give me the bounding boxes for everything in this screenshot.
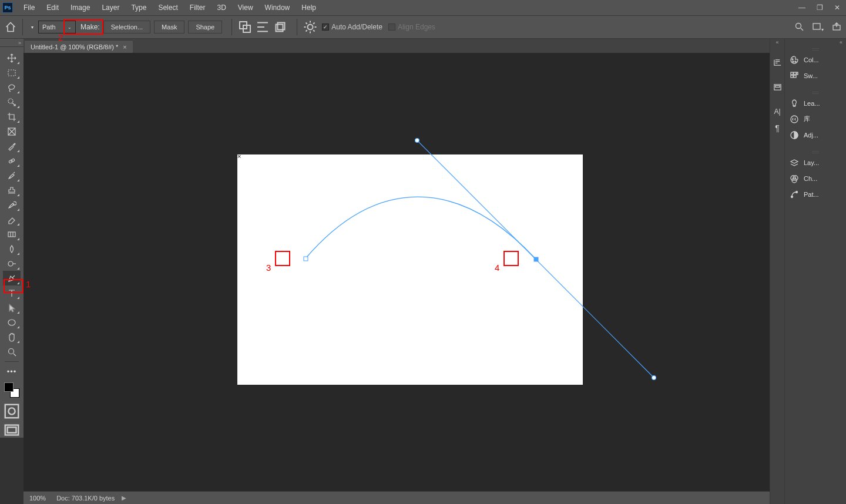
share-button[interactable] <box>832 22 841 33</box>
eraser-icon <box>7 215 16 224</box>
blur-tool[interactable] <box>3 241 21 256</box>
paragraph-icon: ¶ <box>775 123 780 133</box>
paths-panel[interactable]: Pat... <box>785 186 846 202</box>
canvas[interactable] <box>237 154 583 385</box>
swatches-panel[interactable]: Sw... <box>785 68 846 83</box>
make-selection-button[interactable]: Selection... <box>103 21 150 33</box>
menu-layer[interactable]: Layer <box>96 4 125 12</box>
path-operations-button[interactable] <box>238 20 252 34</box>
menu-type[interactable]: Type <box>125 4 152 12</box>
path-select-tool[interactable] <box>3 300 21 315</box>
annotation-box-2 <box>63 19 103 35</box>
menu-filter[interactable]: Filter <box>184 4 212 12</box>
quick-mask-button[interactable] <box>3 404 21 418</box>
crop-icon <box>7 112 16 122</box>
menu-help[interactable]: Help <box>296 4 322 12</box>
close-button[interactable]: ✕ <box>828 0 846 15</box>
stamp-tool[interactable] <box>3 183 21 197</box>
menu-edit[interactable]: Edit <box>41 4 65 12</box>
make-mask-button[interactable]: Mask <box>154 21 184 33</box>
svg-rect-32 <box>797 72 798 75</box>
dodge-tool[interactable] <box>3 256 21 271</box>
workspace: Untitled-1 @ 100% (RGB/8#) * × × 3 4 <box>24 39 770 491</box>
adjustments-panel[interactable]: Adj... <box>785 127 846 143</box>
shape-tool[interactable] <box>3 315 21 330</box>
current-tool-indicator[interactable]: ▾ <box>29 25 33 30</box>
doc-layout-button[interactable]: ▾ <box>812 22 824 33</box>
menu-select[interactable]: Select <box>152 4 183 12</box>
panel-label: Adj... <box>804 132 818 139</box>
cc-libraries-panel-button[interactable] <box>770 79 785 95</box>
brush-tool[interactable] <box>3 168 21 183</box>
foreground-color-well[interactable] <box>4 382 14 392</box>
eyedropper-tool[interactable] <box>3 139 21 153</box>
svg-rect-31 <box>794 72 796 75</box>
path-gear-button[interactable] <box>303 20 317 34</box>
search-icon <box>794 22 804 31</box>
healing-icon <box>7 156 16 166</box>
lasso-tool[interactable] <box>3 80 21 95</box>
svg-point-15 <box>9 348 14 354</box>
annotation-box-4 <box>503 251 519 266</box>
align-edges-checkbox: Align Edges <box>388 23 435 31</box>
libraries-panel[interactable]: 库 <box>785 111 846 127</box>
path-arrange-button[interactable] <box>273 20 287 34</box>
color-wells[interactable] <box>3 381 21 399</box>
healing-tool[interactable] <box>3 153 21 168</box>
channels-panel[interactable]: Ch... <box>785 170 846 186</box>
status-flyout-button[interactable]: ▶ <box>122 495 126 501</box>
stamp-icon <box>7 186 16 195</box>
edit-toolbar-button[interactable]: ••• <box>3 364 21 379</box>
gradient-icon <box>7 230 16 239</box>
menu-view[interactable]: View <box>232 4 259 12</box>
menu-window[interactable]: Window <box>259 4 296 12</box>
home-button[interactable] <box>5 22 16 32</box>
make-shape-button[interactable]: Shape <box>188 21 222 33</box>
panels-expand[interactable]: « <box>785 39 846 46</box>
close-tab-button[interactable]: × <box>123 43 126 51</box>
zoom-tool[interactable] <box>3 344 21 359</box>
path-align-button[interactable] <box>256 20 270 34</box>
move-tool[interactable] <box>3 51 21 65</box>
paragraph-panel-button[interactable]: ¶ <box>770 120 785 136</box>
character-panel-button[interactable]: A| <box>770 103 785 120</box>
color-panel[interactable]: Col... <box>785 52 846 68</box>
auto-add-delete-checkbox[interactable]: ✓ Auto Add/Delete <box>322 23 382 31</box>
svg-point-14 <box>8 320 15 325</box>
align-icon <box>256 20 270 34</box>
svg-point-17 <box>8 408 15 414</box>
learn-panel[interactable]: Lea... <box>785 95 846 111</box>
move-icon <box>7 53 16 63</box>
marquee-tool[interactable] <box>3 65 21 80</box>
properties-panel-button[interactable] <box>770 54 785 70</box>
mini-column-expand[interactable]: « <box>771 39 783 46</box>
crop-tool[interactable] <box>3 109 21 124</box>
menu-file[interactable]: File <box>18 4 41 12</box>
menu-3d[interactable]: 3D <box>211 4 231 12</box>
svg-rect-26 <box>775 85 780 87</box>
svg-rect-33 <box>791 75 793 78</box>
eraser-tool[interactable] <box>3 212 21 227</box>
character-icon: A| <box>774 107 780 116</box>
menu-image[interactable]: Image <box>65 4 96 12</box>
search-button[interactable] <box>794 22 804 33</box>
zoom-level[interactable]: 100% <box>29 495 46 502</box>
gradient-tool[interactable] <box>3 227 21 241</box>
frame-tool[interactable] <box>3 124 21 139</box>
maximize-button[interactable]: ❐ <box>811 0 828 15</box>
canvas-area[interactable]: × 3 4 <box>24 53 770 491</box>
svg-point-35 <box>791 116 798 123</box>
quick-select-tool[interactable] <box>3 95 21 109</box>
quick-select-icon <box>7 98 16 107</box>
annotation-label-3: 3 <box>266 263 271 273</box>
doc-info[interactable]: Doc: 703.1K/0 bytes <box>56 495 115 502</box>
screen-mode-button[interactable] <box>3 423 21 438</box>
document-tab[interactable]: Untitled-1 @ 100% (RGB/8#) * × <box>25 40 133 53</box>
doc-layout-icon <box>812 22 821 31</box>
hand-tool[interactable] <box>3 330 21 344</box>
toolbox-collapse[interactable]: » <box>0 39 24 47</box>
history-brush-tool[interactable] <box>3 197 21 212</box>
layers-panel[interactable]: Lay... <box>785 154 846 170</box>
swatches-icon <box>790 71 799 80</box>
minimize-button[interactable]: — <box>793 0 811 15</box>
